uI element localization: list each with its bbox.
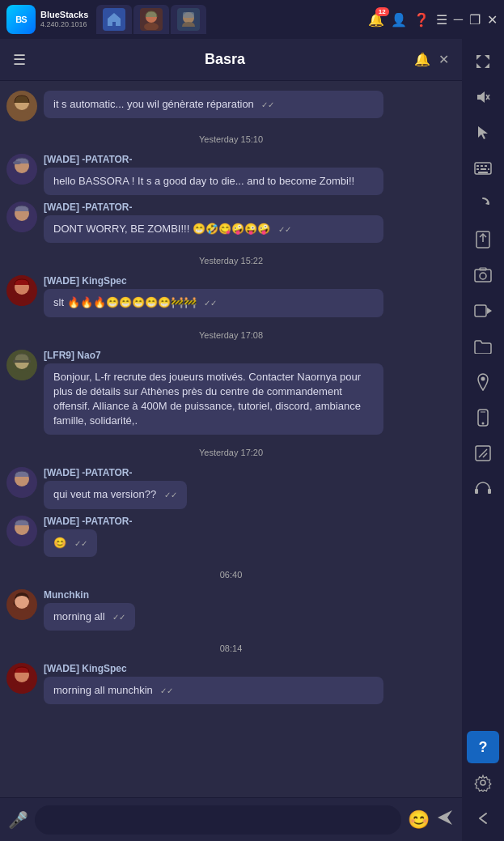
svg-rect-11 bbox=[485, 165, 487, 167]
resize-icon[interactable] bbox=[467, 437, 499, 469]
message-content: [WADE] -PATATOR- qui veut ma version?? ✓… bbox=[44, 467, 455, 508]
message-text: slt 🔥🔥🔥😁😁😁😁😁🚧🚧 bbox=[53, 296, 197, 308]
svg-rect-3 bbox=[183, 12, 194, 18]
avatar bbox=[6, 154, 37, 185]
message-text: Bonjour, L-fr recrute des joueurs motivé… bbox=[53, 371, 361, 427]
message-content: [LFR9] Nao7 Bonjour, L-fr recrute des jo… bbox=[44, 350, 455, 435]
message-check: ✓✓ bbox=[74, 539, 87, 548]
avatar bbox=[6, 663, 37, 694]
rotate-icon[interactable] bbox=[467, 188, 499, 220]
message-row: [WADE] -PATATOR- DONT WORRY, BE ZOMBI!!!… bbox=[6, 202, 455, 243]
svg-line-28 bbox=[479, 449, 487, 457]
chat-bell-icon[interactable]: 🔔 bbox=[414, 52, 430, 67]
help-circle-icon[interactable]: ❓ bbox=[413, 12, 430, 28]
message-sender: [WADE] -PATATOR- bbox=[44, 467, 455, 478]
timestamp-divider: 06:40 bbox=[6, 570, 455, 580]
svg-rect-22 bbox=[475, 305, 486, 316]
close-icon[interactable]: ✕ bbox=[487, 12, 498, 28]
svg-point-25 bbox=[482, 423, 485, 425]
svg-rect-31 bbox=[488, 489, 491, 494]
tab-game1[interactable] bbox=[133, 5, 169, 34]
message-bubble: morning all ✓✓ bbox=[44, 603, 135, 631]
apk-icon[interactable] bbox=[467, 223, 499, 256]
message-row: [WADE] -PATATOR- hello BASSORA ! It s a … bbox=[6, 154, 455, 195]
svg-point-52 bbox=[11, 683, 32, 694]
tab-home[interactable] bbox=[96, 5, 132, 34]
message-row: [WADE] -PATATOR- 😊 ✓✓ bbox=[6, 516, 455, 557]
svg-point-34 bbox=[11, 111, 32, 121]
input-area: 🎤 😊 bbox=[0, 797, 462, 841]
message-sender: [WADE] KingSpec bbox=[44, 275, 455, 287]
message-content: [WADE] -PATATOR- DONT WORRY, BE ZOMBI!!!… bbox=[44, 202, 455, 243]
messages-area[interactable]: it s automatic... you wil génèrate répar… bbox=[0, 81, 462, 797]
menu-icon[interactable]: ☰ bbox=[13, 51, 26, 69]
bluestacks-version: BlueStacks 4.240.20.1016 bbox=[40, 10, 88, 29]
svg-rect-14 bbox=[488, 168, 489, 170]
message-check: ✓✓ bbox=[261, 100, 274, 109]
emoji-icon[interactable]: 😊 bbox=[408, 809, 430, 830]
message-content: [WADE] -PATATOR- 😊 ✓✓ bbox=[44, 516, 455, 557]
svg-rect-12 bbox=[476, 168, 479, 170]
mic-icon[interactable]: 🎤 bbox=[8, 810, 28, 830]
help-question-icon[interactable]: ? bbox=[467, 731, 499, 763]
hamburger-menu-icon[interactable]: ☰ bbox=[436, 12, 447, 28]
svg-marker-23 bbox=[487, 308, 492, 314]
chat-panel: ☰ Basra 🔔 ✕ it s automatic... you wil gé… bbox=[0, 39, 462, 841]
screenshot-icon[interactable] bbox=[467, 259, 499, 291]
svg-point-46 bbox=[11, 487, 32, 498]
svg-point-41 bbox=[11, 295, 32, 306]
message-bubble: slt 🔥🔥🔥😁😁😁😁😁🚧🚧 ✓✓ bbox=[44, 289, 383, 316]
svg-point-50 bbox=[11, 610, 32, 620]
svg-point-43 bbox=[11, 370, 32, 380]
record-icon[interactable] bbox=[467, 295, 499, 327]
svg-point-20 bbox=[480, 273, 486, 279]
timestamp-divider: Yesterday 15:10 bbox=[6, 134, 455, 144]
message-text: morning all munchkin bbox=[53, 684, 153, 696]
tab-game2[interactable] bbox=[171, 5, 206, 34]
notification-bell[interactable]: 🔔 12 bbox=[368, 12, 384, 28]
location-icon[interactable] bbox=[467, 366, 499, 398]
message-sender: Munchkin bbox=[44, 589, 455, 601]
chat-close-icon[interactable]: ✕ bbox=[438, 52, 449, 67]
folder-icon[interactable] bbox=[467, 330, 499, 363]
tab-area bbox=[96, 5, 362, 34]
message-text: morning all bbox=[53, 610, 105, 622]
timestamp-divider: Yesterday 17:20 bbox=[6, 448, 455, 457]
avatar bbox=[6, 202, 37, 232]
svg-point-24 bbox=[481, 377, 485, 381]
message-bubble: DONT WORRY, BE ZOMBI!!! 😁🤣😋🤪😜🤪 ✓✓ bbox=[44, 215, 383, 243]
avatar bbox=[6, 516, 37, 546]
message-row: [WADE] KingSpec slt 🔥🔥🔥😁😁😁😁😁🚧🚧 ✓✓ bbox=[6, 275, 455, 316]
headset-icon[interactable] bbox=[467, 473, 499, 505]
topbar-icons: 🔔 12 👤 ❓ ☰ ─ ❐ ✕ bbox=[368, 12, 498, 28]
avatar bbox=[6, 275, 37, 306]
send-icon[interactable] bbox=[436, 809, 454, 830]
chat-input[interactable] bbox=[35, 805, 401, 835]
topbar: BS BlueStacks 4.240.20.1016 bbox=[0, 0, 504, 39]
svg-point-1 bbox=[144, 23, 159, 30]
restore-icon[interactable]: ❐ bbox=[469, 12, 481, 28]
shake-icon[interactable] bbox=[467, 401, 499, 434]
message-row: [LFR9] Nao7 Bonjour, L-fr recrute des jo… bbox=[6, 350, 455, 435]
keyboard-icon[interactable] bbox=[467, 152, 499, 185]
cursor-icon[interactable] bbox=[467, 117, 499, 149]
message-content: Munchkin morning all ✓✓ bbox=[44, 589, 455, 631]
message-check: ✓✓ bbox=[160, 686, 173, 695]
svg-rect-30 bbox=[475, 489, 478, 494]
bluestacks-logo: BS bbox=[6, 5, 36, 34]
expand-icon[interactable] bbox=[467, 45, 499, 78]
message-sender: [WADE] -PATATOR- bbox=[44, 516, 455, 527]
volume-icon[interactable] bbox=[467, 81, 499, 113]
message-bubble: hello BASSORA ! It s a good day to die..… bbox=[44, 168, 383, 195]
svg-marker-7 bbox=[478, 126, 488, 139]
avatar bbox=[6, 350, 37, 380]
minimize-icon[interactable]: ─ bbox=[454, 12, 463, 27]
back-arrow-icon[interactable] bbox=[467, 802, 499, 835]
message-content: it s automatic... you wil génèrate répar… bbox=[44, 91, 455, 118]
message-row: [WADE] KingSpec morning all munchkin ✓✓ bbox=[6, 663, 455, 704]
message-sender: [LFR9] Nao7 bbox=[44, 350, 455, 361]
message-bubble: morning all munchkin ✓✓ bbox=[44, 677, 383, 704]
timestamp-divider: Yesterday 15:22 bbox=[6, 256, 455, 265]
settings-gear-icon[interactable] bbox=[467, 767, 499, 799]
account-icon[interactable]: 👤 bbox=[391, 12, 407, 28]
